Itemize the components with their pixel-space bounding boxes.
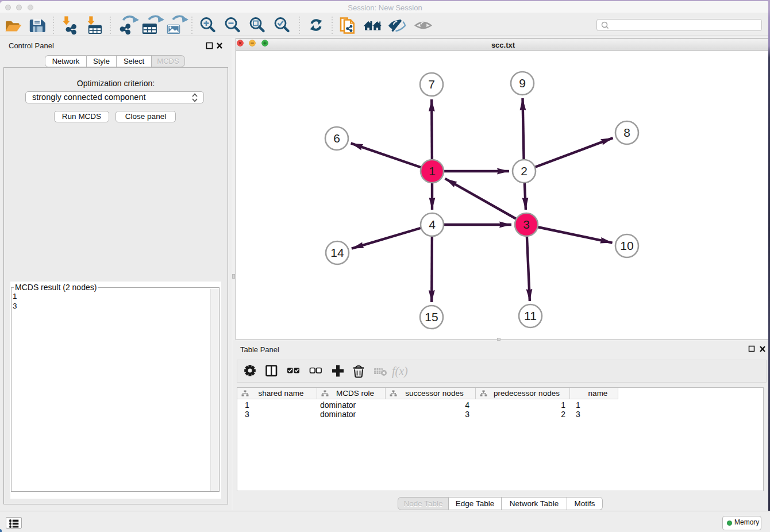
svg-text:f(x): f(x) (392, 365, 408, 378)
svg-text:3: 3 (523, 218, 530, 231)
svg-text:8: 8 (623, 126, 630, 139)
svg-text:15: 15 (425, 310, 438, 323)
svg-text:7: 7 (428, 78, 435, 91)
svg-text:9: 9 (519, 76, 526, 90)
svg-text:4: 4 (429, 218, 436, 231)
svg-text:2: 2 (521, 164, 528, 178)
svg-text:11: 11 (524, 309, 537, 322)
svg-text:10: 10 (620, 239, 633, 252)
svg-text:6: 6 (333, 132, 340, 145)
svg-text:14: 14 (330, 246, 344, 259)
svg-text:1: 1 (429, 164, 436, 178)
